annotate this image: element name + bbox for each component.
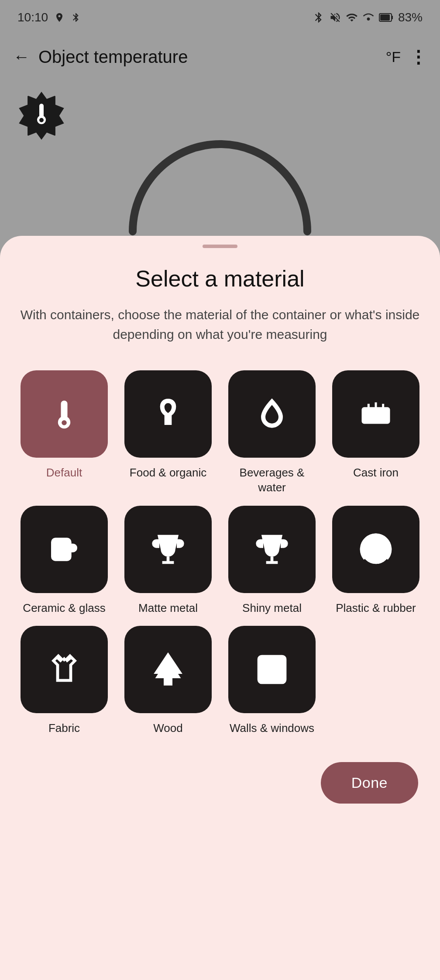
- drag-handle[interactable]: [203, 245, 237, 248]
- menu-button[interactable]: ⋮: [409, 47, 427, 67]
- tree-icon: [151, 652, 186, 687]
- material-icon-ceramic: [21, 506, 108, 593]
- material-label-walls: Walls & windows: [230, 721, 314, 736]
- trophy-outline-icon: [151, 532, 186, 567]
- svg-rect-2: [380, 14, 390, 21]
- status-left: 10:10: [17, 10, 81, 24]
- basketball-icon: [358, 532, 393, 567]
- status-bar: 10:10 83%: [0, 0, 440, 35]
- mute-icon: [329, 11, 341, 24]
- material-item-food-organic[interactable]: Food & organic: [121, 370, 215, 495]
- back-button[interactable]: ←: [13, 48, 30, 66]
- material-icon-matte-metal: [124, 506, 212, 593]
- svg-rect-13: [165, 677, 171, 684]
- material-grid: Default Food & organic Beverages & water: [17, 370, 423, 736]
- page-title: Object temperature: [38, 47, 377, 67]
- bluetooth-icon-right: [313, 11, 325, 24]
- svg-rect-1: [392, 16, 393, 19]
- material-icon-default: [21, 370, 108, 458]
- material-label-shiny-metal: Shiny metal: [242, 601, 302, 616]
- signal-icon: [362, 11, 375, 24]
- wifi-icon: [346, 11, 358, 24]
- battery-percent: 83%: [398, 10, 423, 24]
- material-label-cast-iron: Cast iron: [353, 466, 399, 480]
- sheet-title: Select a material: [17, 266, 423, 292]
- material-icon-beverages: [228, 370, 316, 458]
- material-item-walls[interactable]: Walls & windows: [225, 626, 319, 736]
- shirt-icon: [47, 652, 82, 687]
- material-icon-shiny-metal: [228, 506, 316, 593]
- svg-rect-8: [52, 539, 70, 559]
- material-label-fabric: Fabric: [48, 721, 80, 736]
- battery-icon: [379, 12, 394, 23]
- cast-iron-icon: [358, 397, 393, 431]
- unit-toggle[interactable]: °F: [386, 48, 401, 66]
- material-icon-plastic: [332, 506, 419, 593]
- bottom-sheet: Select a material With containers, choos…: [0, 236, 440, 980]
- food-icon: [151, 397, 186, 431]
- material-icon-cast-iron: [332, 370, 419, 458]
- material-label-beverages: Beverages & water: [225, 466, 319, 495]
- material-item-default[interactable]: Default: [17, 370, 111, 495]
- material-label-ceramic: Ceramic & glass: [23, 601, 105, 616]
- material-item-shiny-metal[interactable]: Shiny metal: [225, 506, 319, 616]
- material-label-plastic: Plastic & rubber: [336, 601, 416, 616]
- done-button[interactable]: Done: [321, 762, 418, 804]
- water-drop-icon: [254, 397, 289, 431]
- gauge-area: [0, 79, 440, 236]
- done-button-row: Done: [17, 762, 423, 804]
- material-item-matte-metal[interactable]: Matte metal: [121, 506, 215, 616]
- material-item-beverages[interactable]: Beverages & water: [225, 370, 319, 495]
- material-label-food: Food & organic: [130, 466, 206, 480]
- material-icon-walls: [228, 626, 316, 713]
- material-item-wood[interactable]: Wood: [121, 626, 215, 736]
- material-label-matte-metal: Matte metal: [138, 601, 198, 616]
- cup-icon: [47, 532, 82, 567]
- trophy-filled-icon: [254, 532, 289, 567]
- thermometer-default-icon: [47, 397, 82, 431]
- grid-window-icon: [254, 652, 289, 687]
- material-icon-wood: [124, 626, 212, 713]
- location-icon: [54, 12, 65, 23]
- material-label-default: Default: [46, 466, 82, 480]
- material-label-wood: Wood: [153, 721, 182, 736]
- material-icon-food: [124, 370, 212, 458]
- time-display: 10:10: [17, 10, 48, 24]
- material-item-plastic[interactable]: Plastic & rubber: [329, 506, 423, 616]
- material-item-cast-iron[interactable]: Cast iron: [329, 370, 423, 495]
- thermometer-icon: [28, 100, 55, 131]
- material-item-fabric[interactable]: Fabric: [17, 626, 111, 736]
- sheet-description: With containers, choose the material of …: [17, 305, 423, 344]
- thermo-badge: [17, 92, 65, 140]
- material-icon-fabric: [21, 626, 108, 713]
- gauge-arc: [111, 122, 329, 236]
- app-bar: ← Object temperature °F ⋮: [0, 35, 440, 79]
- status-right: 83%: [313, 10, 423, 24]
- material-item-ceramic[interactable]: Ceramic & glass: [17, 506, 111, 616]
- bluetooth-icon: [71, 12, 81, 23]
